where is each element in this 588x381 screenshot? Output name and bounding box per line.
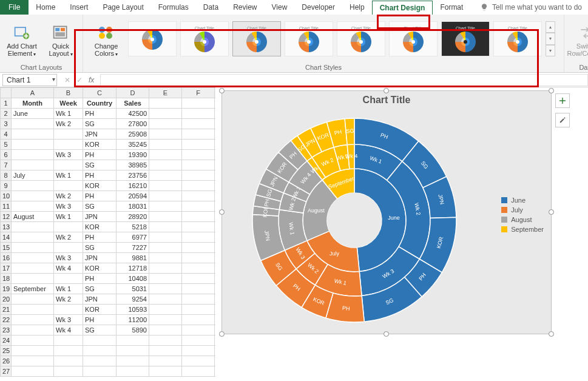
chart-elements-button[interactable] [555,93,570,108]
cell[interactable]: SG [83,325,117,335]
cell[interactable] [54,274,83,284]
row-header[interactable]: 10 [1,191,12,201]
legend-item[interactable]: June [501,197,544,204]
cell[interactable]: 10593 [117,305,149,315]
row-header[interactable]: 18 [1,274,12,284]
cell[interactable] [182,325,215,335]
cell[interactable]: September [12,284,54,294]
cell[interactable] [12,201,54,212]
cell[interactable] [149,335,182,346]
cell[interactable]: 10408 [117,274,149,284]
cell[interactable]: 18031 [117,201,149,212]
cell[interactable] [149,274,182,284]
cell[interactable]: JPN [83,212,117,222]
cell[interactable] [149,140,182,150]
cell[interactable] [54,366,83,377]
cell[interactable] [12,160,54,170]
row-header[interactable]: 23 [1,325,12,335]
cell[interactable] [54,356,83,366]
row-header[interactable]: 16 [1,253,12,263]
cell[interactable] [182,274,215,284]
cell[interactable] [149,129,182,140]
cell[interactable] [54,222,83,232]
row-header[interactable]: 24 [1,335,12,346]
tab-insert[interactable]: Insert [63,0,95,15]
change-colors-button[interactable]: Change Colors [88,18,124,62]
cell[interactable] [12,325,54,335]
row-header[interactable]: 5 [1,140,12,150]
tell-me-search[interactable]: Tell me what you want to do [474,0,588,15]
enter-formula-icon[interactable]: ✓ [76,76,83,84]
legend-item[interactable]: August [501,216,544,223]
cell[interactable] [12,335,54,346]
cell[interactable]: SG [83,243,117,253]
cell[interactable] [182,150,215,160]
chart-style-4[interactable]: Chart Title [285,21,333,56]
cell[interactable] [149,294,182,305]
cell[interactable]: Wk 3 [54,150,83,160]
gallery-scroll-down[interactable]: ▾ [546,33,555,44]
cell[interactable] [149,356,182,366]
cell[interactable]: Wk 1 [54,170,83,181]
name-box[interactable]: Chart 1 ▾ [2,74,57,86]
cell[interactable]: June [12,109,54,119]
cell[interactable] [182,140,215,150]
cell[interactable] [12,129,54,140]
cell[interactable] [149,119,182,129]
chart-styles-button[interactable] [555,113,570,127]
cell[interactable] [182,222,215,232]
chart-style-1[interactable] [128,21,177,56]
cell[interactable] [182,284,215,294]
cell[interactable] [182,366,215,377]
row-header[interactable]: 25 [1,346,12,356]
column-header-D[interactable]: D [117,88,149,98]
tab-data[interactable]: Data [196,0,226,15]
cell[interactable]: SG [83,201,117,212]
cell[interactable]: Week [54,98,83,109]
cell[interactable] [12,294,54,305]
cell[interactable]: PH [83,109,117,119]
resize-handle[interactable] [219,88,225,93]
row-header[interactable]: 27 [1,366,12,377]
cell[interactable] [83,335,117,346]
tab-review[interactable]: Review [226,0,264,15]
cell[interactable]: Wk 2 [54,232,83,243]
cell[interactable] [12,346,54,356]
cell[interactable] [149,366,182,377]
row-header[interactable]: 6 [1,150,12,160]
cell[interactable] [149,315,182,325]
cell[interactable]: 27800 [117,119,149,129]
cell[interactable]: Sales [117,98,149,109]
cell[interactable] [83,366,117,377]
column-header-E[interactable]: E [149,88,182,98]
cell[interactable]: Wk 2 [54,119,83,129]
cell[interactable]: 42500 [117,109,149,119]
cell[interactable]: PH [83,150,117,160]
chart-style-5[interactable]: Chart Title [337,21,385,56]
cell[interactable] [182,109,215,119]
tab-view[interactable]: View [265,0,295,15]
cell[interactable] [12,305,54,315]
add-chart-element-button[interactable]: Add Chart Element [5,18,39,62]
cell[interactable] [117,356,149,366]
cell[interactable] [12,274,54,284]
chart-style-8[interactable]: Chart Title [493,21,542,56]
resize-handle[interactable] [549,88,554,93]
cell[interactable] [12,253,54,263]
cell[interactable] [182,181,215,191]
cell[interactable] [149,232,182,243]
cell[interactable] [182,160,215,170]
cell[interactable]: KOR [83,305,117,315]
cell[interactable]: PH [83,170,117,181]
row-header[interactable]: 3 [1,119,12,129]
resize-handle[interactable] [219,331,225,337]
cell[interactable] [149,243,182,253]
row-header[interactable]: 2 [1,109,12,119]
row-header[interactable]: 14 [1,232,12,243]
row-header[interactable]: 17 [1,263,12,274]
resize-handle[interactable] [384,88,389,93]
cell[interactable]: August [12,212,54,222]
cell[interactable] [54,140,83,150]
cell[interactable] [149,325,182,335]
row-header[interactable]: 11 [1,201,12,212]
